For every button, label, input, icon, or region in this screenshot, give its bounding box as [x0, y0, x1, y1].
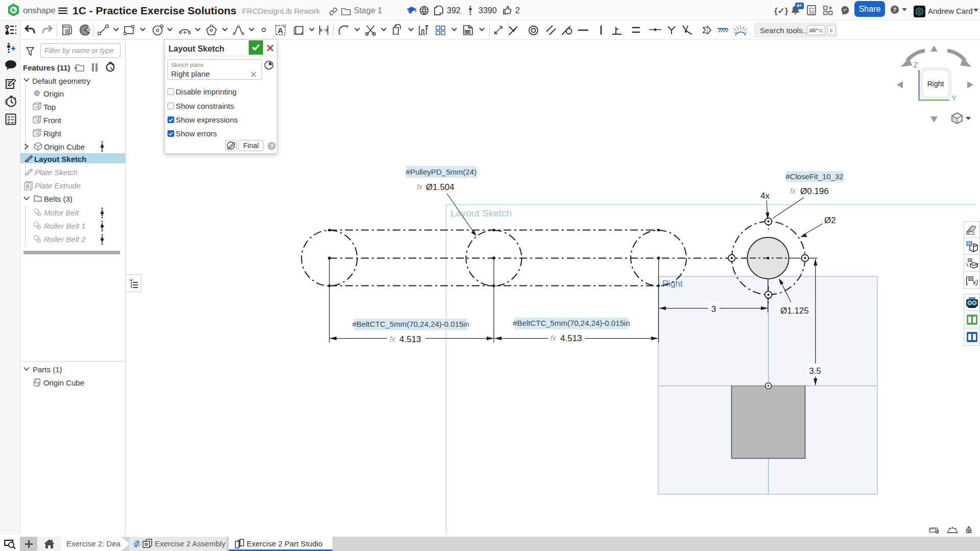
svg-text:#BeltCTC_5mm(70,24,24)-0.015in: #BeltCTC_5mm(70,24,24)-0.015in	[513, 319, 630, 327]
svg-text:#PulleyPD_5mm(24): #PulleyPD_5mm(24)	[406, 167, 476, 176]
svg-text:3.5: 3.5	[809, 366, 821, 376]
svg-text:d²: d²	[843, 8, 847, 12]
svg-text:4.513: 4.513	[399, 334, 421, 344]
svg-text:Ø2: Ø2	[824, 215, 836, 225]
svg-text:Ø1.504: Ø1.504	[426, 182, 455, 192]
svg-text:A: A	[278, 26, 283, 35]
svg-text:Y: Y	[951, 94, 957, 102]
svg-text:3: 3	[711, 304, 716, 314]
svg-text:?: ?	[893, 7, 896, 13]
svg-text:#CloseFit_10_32: #CloseFit_10_32	[785, 172, 843, 181]
svg-text:Right: Right	[662, 279, 683, 289]
svg-text:4.513: 4.513	[560, 333, 582, 343]
svg-text:Ø1.125: Ø1.125	[780, 306, 809, 316]
svg-text:fx: fx	[551, 334, 557, 342]
svg-text:#BeltCTC_5mm(70,24,24)-0.015in: #BeltCTC_5mm(70,24,24)-0.015in	[352, 320, 469, 328]
svg-text:fx: fx	[390, 335, 396, 343]
svg-text:Σ: Σ	[702, 26, 708, 35]
svg-text:Right: Right	[927, 80, 944, 88]
svg-text:?: ?	[270, 143, 274, 149]
svg-text:fx: fx	[417, 183, 423, 191]
svg-text:x): x)	[972, 279, 978, 286]
svg-text:fx: fx	[790, 187, 796, 195]
svg-text:Ø0.196: Ø0.196	[800, 186, 829, 196]
svg-text:DXF: DXF	[465, 31, 471, 34]
svg-text:Layout Sketch: Layout Sketch	[450, 208, 512, 219]
svg-text:4x: 4x	[760, 191, 770, 201]
svg-text:Z: Z	[914, 61, 918, 69]
